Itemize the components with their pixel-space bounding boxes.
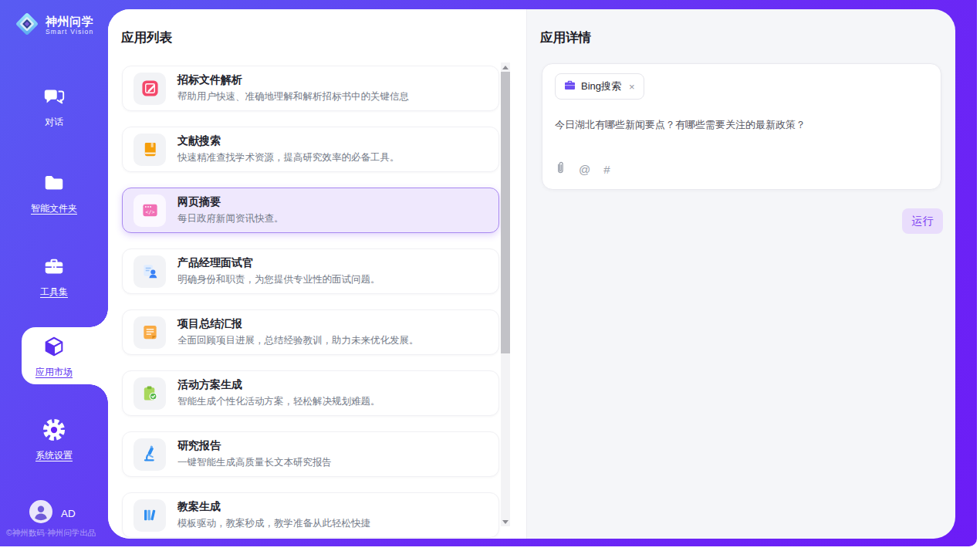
hash-icon[interactable]: #: [603, 163, 610, 176]
app-card-event-plan[interactable]: 活动方案生成 智能生成个性化活动方案，轻松解决规划难题。: [122, 370, 499, 416]
app-card-pm-interviewer[interactable]: 产品经理面试官 明确身份和职责，为您提供专业性的面试问题。: [122, 248, 499, 294]
sidebar-item-settings[interactable]: 系统设置: [0, 418, 108, 462]
avatar: [29, 500, 52, 526]
memo-icon: [133, 316, 166, 349]
app-window: 神州问学 Smart Vision 对话 智能文件夹: [0, 0, 980, 551]
book-icon: [133, 134, 166, 166]
diamond-logo-icon: [14, 11, 40, 40]
app-title: 活动方案生成: [177, 378, 380, 392]
app-desc: 一键智能生成高质量长文本研究报告: [177, 456, 332, 469]
app-title: 研究报告: [177, 439, 332, 453]
app-card-project-summary[interactable]: 项目总结汇报 全面回顾项目进展，总结经验教训，助力未来优化发展。: [122, 309, 499, 355]
sidebar-item-label: 系统设置: [35, 449, 73, 462]
app-card-research-report[interactable]: 研究报告 一键智能生成高质量长文本研究报告: [122, 431, 499, 477]
app-title: 网页摘要: [177, 195, 284, 209]
brand-logo: 神州问学 Smart Vision: [14, 11, 93, 40]
sidebar-item-chat[interactable]: 对话: [0, 85, 108, 129]
app-desc: 全面回顾项目进展，总结经验教训，助力未来优化发展。: [177, 334, 419, 347]
app-card-lesson-plan[interactable]: 教案生成 模板驱动，教案秒成，教学准备从此轻松快捷: [122, 492, 499, 538]
composer-toolbar: @ #: [555, 161, 610, 177]
content-area: 应用列表 招标文件解析 帮助用户快速、准确地理解和解析招标书中的关键信息: [108, 9, 955, 539]
attachment-icon[interactable]: [555, 161, 566, 177]
app-detail-panel: 应用详情 Bing搜索 × 今日湖北有哪些新闻要点？有哪些需要关注的最新政策？: [527, 9, 955, 539]
app-card-webpage-summary[interactable]: </> 网页摘要 每日政府新闻资讯快查。: [122, 188, 499, 233]
scroll-up-arrow-icon[interactable]: [501, 63, 510, 72]
brand-subtitle: Smart Vision: [46, 29, 93, 35]
app-title: 产品经理面试官: [177, 256, 380, 270]
sidebar-item-app-market[interactable]: 应用市场: [0, 335, 108, 379]
user-account[interactable]: AD: [29, 500, 76, 526]
app-desc: 每日政府新闻资讯快查。: [177, 212, 284, 225]
brand-name: 神州问学: [46, 15, 93, 28]
edit-icon: [133, 73, 166, 105]
sidebar-item-smart-folder[interactable]: 智能文件夹: [0, 171, 108, 215]
briefcase-icon: [564, 79, 576, 93]
chat-icon: [42, 85, 66, 111]
app-card-literature-search[interactable]: 文献搜索 快速精准查找学术资源，提高研究效率的必备工具。: [122, 127, 499, 172]
app-list-panel: 应用列表 招标文件解析 帮助用户快速、准确地理解和解析招标书中的关键信息: [108, 9, 527, 539]
app-title: 文献搜索: [177, 134, 400, 148]
webpage-code-icon: </>: [133, 194, 166, 227]
sidebar-item-toolset[interactable]: 工具集: [0, 255, 108, 299]
app-title: 项目总结汇报: [177, 317, 419, 331]
app-desc: 模板驱动，教案秒成，教学准备从此轻松快捷: [177, 517, 370, 530]
query-text[interactable]: 今日湖北有哪些新闻要点？有哪些需要关注的最新政策？: [555, 117, 928, 133]
app-desc: 明确身份和职责，为您提供专业性的面试问题。: [177, 273, 380, 286]
scrollbar[interactable]: [501, 63, 510, 526]
prompt-composer[interactable]: Bing搜索 × 今日湖北有哪些新闻要点？有哪些需要关注的最新政策？ @ #: [542, 63, 941, 190]
app-list-title: 应用列表: [121, 29, 172, 46]
app-card-bid-parse[interactable]: 招标文件解析 帮助用户快速、准确地理解和解析招标书中的关键信息: [122, 66, 499, 111]
app-title: 教案生成: [177, 500, 370, 514]
clipboard-check-icon: [133, 377, 166, 410]
tool-tag-label: Bing搜索: [581, 79, 621, 93]
tool-tag-bing-search[interactable]: Bing搜索 ×: [555, 73, 644, 100]
folder-icon: [42, 171, 66, 198]
gear-icon: [42, 418, 66, 445]
app-title: 招标文件解析: [177, 73, 409, 87]
sidebar: 神州问学 Smart Vision 对话 智能文件夹: [0, 0, 108, 546]
user-initials: AD: [61, 508, 76, 519]
books-icon: [133, 499, 166, 532]
sidebar-item-label: 应用市场: [35, 366, 73, 379]
app-desc: 智能生成个性化活动方案，轻松解决规划难题。: [177, 395, 380, 408]
code-glyph: </>: [145, 209, 154, 215]
interviewer-icon: [133, 255, 166, 288]
app-list: 招标文件解析 帮助用户快速、准确地理解和解析招标书中的关键信息 文献搜索: [122, 66, 499, 538]
scrollbar-thumb[interactable]: [501, 72, 510, 353]
sidebar-item-label: 工具集: [40, 286, 68, 299]
sidebar-item-label: 对话: [45, 116, 63, 129]
app-detail-title: 应用详情: [540, 29, 591, 46]
scroll-down-arrow-icon[interactable]: [501, 517, 510, 526]
app-desc: 帮助用户快速、准确地理解和解析招标书中的关键信息: [177, 90, 409, 103]
copyright-text: ©神州数码·神州问学出品: [6, 528, 122, 539]
sidebar-item-label: 智能文件夹: [31, 202, 77, 215]
app-desc: 快速精准查找学术资源，提高研究效率的必备工具。: [177, 151, 400, 164]
run-button[interactable]: 运行: [902, 208, 943, 234]
toolbox-icon: [42, 255, 66, 281]
cube-icon: [42, 335, 66, 361]
microscope-icon: [133, 438, 166, 471]
mention-icon[interactable]: @: [579, 163, 590, 176]
close-icon[interactable]: ×: [629, 81, 635, 93]
